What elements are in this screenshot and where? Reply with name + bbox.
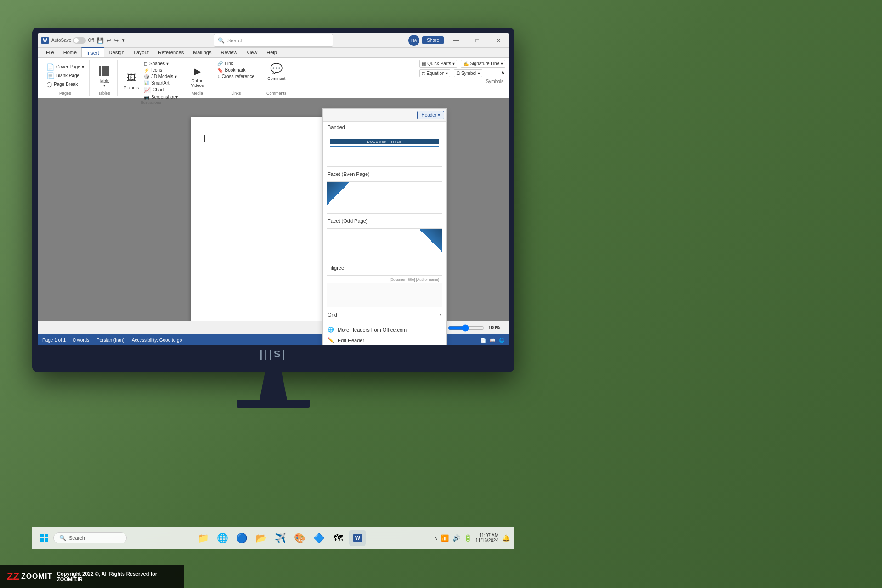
taskbar-notification-icon[interactable]: 🔔 <box>502 534 510 542</box>
facet-odd-preview[interactable] <box>327 228 442 260</box>
filigree-label: Filigree <box>328 265 344 271</box>
facet-even-preview[interactable] <box>327 181 442 214</box>
table-button[interactable]: Table ▾ <box>95 63 113 89</box>
header-dropdown-button[interactable]: Header ▾ <box>417 111 444 119</box>
header-dropdown: Header ▾ Banded DOCUMENT TITLE Facet (Ev… <box>322 108 447 345</box>
taskbar-file-explorer[interactable]: 📁 <box>195 530 211 546</box>
chart-button[interactable]: 📈 Chart <box>142 86 179 94</box>
tab-insert[interactable]: Insert <box>81 47 104 57</box>
customize-icon[interactable]: ▼ <box>121 38 126 43</box>
3dmodels-button[interactable]: 🎲 3D Models ▾ <box>142 74 179 79</box>
quick-parts-label: Quick Parts ▾ <box>427 61 454 66</box>
bookmark-button[interactable]: 🔖 Bookmark <box>216 67 256 73</box>
taskbar-edge[interactable]: 🌐 <box>214 530 231 546</box>
view-mode-read[interactable]: 📖 <box>490 338 495 343</box>
ribbon-collapse-button[interactable]: ∧ <box>500 60 505 84</box>
taskbar-clock[interactable]: 11:07 AM 11/16/2024 <box>475 533 498 543</box>
chart-label: Chart <box>153 87 164 92</box>
close-button[interactable]: ✕ <box>488 33 509 48</box>
taskbar-right: ∧ 📶 🔊 🔋 11:07 AM 11/16/2024 🔔 <box>434 533 510 543</box>
more-headers-label: More Headers from Office.com <box>338 327 407 333</box>
cross-reference-button[interactable]: ↕ Cross-reference <box>216 74 256 79</box>
tab-review[interactable]: Review <box>216 47 242 57</box>
page-break-label: Page Break <box>54 82 78 87</box>
symbol-button[interactable]: Ω Symbol ▾ <box>454 69 482 77</box>
tab-view[interactable]: View <box>242 47 262 57</box>
filigree-preview[interactable]: [Document title] [Author name] <box>327 275 442 307</box>
maximize-button[interactable]: □ <box>467 33 488 48</box>
link-button[interactable]: 🔗 Link <box>216 61 256 67</box>
taskbar-photoshop[interactable]: 🎨 <box>291 530 308 546</box>
cover-page-label: Cover Page ▾ <box>56 64 84 69</box>
online-videos-icon: ▶ <box>190 64 204 79</box>
taskbar-maps[interactable]: 🗺 <box>330 530 346 546</box>
smartart-button[interactable]: 📊 SmartArt <box>142 80 179 86</box>
pictures-button[interactable]: 🖼 Pictures <box>122 70 141 91</box>
media-group-title: Media <box>192 91 203 96</box>
taskbar-files[interactable]: 📂 <box>253 530 269 546</box>
online-videos-button[interactable]: ▶ OnlineVideos <box>188 63 206 89</box>
more-headers-button[interactable]: 🌐 More Headers from Office.com <box>323 324 446 335</box>
cross-reference-label: Cross-reference <box>221 74 254 79</box>
banded-preview[interactable]: DOCUMENT TITLE <box>327 135 442 167</box>
page-break-button[interactable]: ⬡ Page Break <box>45 80 85 89</box>
edit-header-button[interactable]: ✏️ Edit Header <box>323 335 446 345</box>
monitor: W AutoSave Off 💾 ↩ ↪ ▼ 🔍 Search NA <box>32 28 514 372</box>
view-mode-print[interactable]: 📄 <box>481 338 486 343</box>
taskbar-search[interactable]: 🔍 Search <box>53 532 127 543</box>
tab-help[interactable]: Help <box>262 47 282 57</box>
taskbar-browser2[interactable]: 🔷 <box>311 530 327 546</box>
status-left: Page 1 of 1 0 words Persian (Iran) Acces… <box>42 338 182 343</box>
taskbar-wifi-icon: 📶 <box>441 534 449 542</box>
undo-icon[interactable]: ↩ <box>107 37 111 44</box>
taskbar-telegram[interactable]: ✈️ <box>272 530 288 546</box>
save-icon[interactable]: 💾 <box>97 37 104 44</box>
taskbar-chrome[interactable]: 🔵 <box>233 530 250 546</box>
zoomit-logo: ZZ ZOOMIT <box>7 571 52 582</box>
icons-button[interactable]: ⚡ Icons <box>142 67 179 73</box>
quick-parts-icon: ▦ <box>422 61 426 66</box>
ribbon-group-links: 🔗 Link 🔖 Bookmark ↕ Cross-reference Link… <box>212 60 260 96</box>
blank-page-button[interactable]: 📃 Blank Page <box>45 72 85 80</box>
minimize-button[interactable]: — <box>446 33 467 48</box>
tab-file[interactable]: File <box>41 47 59 57</box>
redo-icon[interactable]: ↪ <box>114 37 119 44</box>
signature-line-button[interactable]: ✍ Signature Line ▾ <box>461 60 505 68</box>
banded-line <box>330 146 439 147</box>
link-icon: 🔗 <box>217 61 223 66</box>
search-icon: 🔍 <box>218 37 225 44</box>
taskbar: 🔍 Search 📁 🌐 🔵 📂 ✈️ 🎨 🔷 🗺 W ∧ 📶 🔊 🔋 11:0… <box>32 527 514 549</box>
monitor-stand-area <box>32 372 514 408</box>
search-box[interactable]: 🔍 Search <box>214 34 333 47</box>
equation-label: Equation ▾ <box>426 71 448 76</box>
bookmark-icon: 🔖 <box>217 68 223 73</box>
facet-odd-corner <box>419 229 442 252</box>
share-button[interactable]: Share <box>422 36 444 44</box>
start-button[interactable] <box>37 531 51 545</box>
screenshot-button[interactable]: 📷 Screenshot ▾ <box>142 94 179 100</box>
tab-mailings[interactable]: Mailings <box>188 47 216 57</box>
quick-parts-button[interactable]: ▦ Quick Parts ▾ <box>419 60 457 68</box>
svg-rect-0 <box>40 534 44 537</box>
svg-rect-3 <box>45 538 48 542</box>
cover-page-button[interactable]: 📄 Cover Page ▾ <box>45 63 85 71</box>
ribbon-tabs: File Home Insert Design Layout Reference… <box>38 48 509 58</box>
view-mode-web[interactable]: 🌐 <box>499 338 504 343</box>
autosave-off-label: Off <box>88 38 94 43</box>
comment-button[interactable]: 💬 Comment <box>266 61 287 82</box>
symbol-icon: Ω <box>456 71 459 76</box>
autosave-toggle[interactable] <box>73 37 86 44</box>
tab-references[interactable]: References <box>153 47 188 57</box>
grid-header: Grid › <box>323 309 446 320</box>
tab-layout[interactable]: Layout <box>129 47 153 57</box>
ribbon-right-area: ▦ Quick Parts ▾ ✍ Signature Line ▾ π Equ… <box>419 60 505 84</box>
tab-home[interactable]: Home <box>59 47 81 57</box>
ribbon-group-pages: 📄 Cover Page ▾ 📃 Blank Page ⬡ Page Break <box>41 60 90 96</box>
shapes-button[interactable]: ◻ Shapes ▾ <box>142 61 179 67</box>
tab-design[interactable]: Design <box>104 47 129 57</box>
zoom-slider[interactable] <box>448 325 485 331</box>
equation-button[interactable]: π Equation ▾ <box>419 69 450 77</box>
taskbar-chevron-icon[interactable]: ∧ <box>434 536 437 541</box>
taskbar-word[interactable]: W <box>349 530 366 546</box>
banded-label: Banded <box>328 124 345 130</box>
